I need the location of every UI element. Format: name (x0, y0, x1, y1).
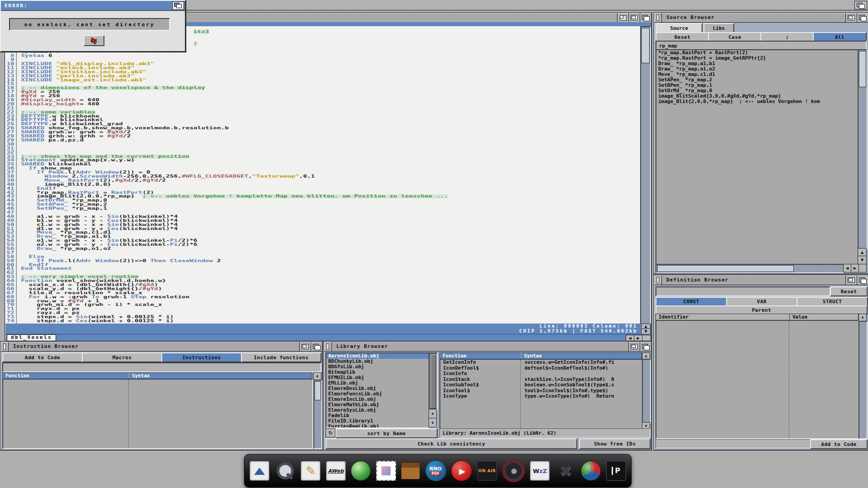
code-line[interactable]: 57 (5, 251, 642, 255)
definition-vertical-scrollbar[interactable] (859, 321, 868, 439)
code-line[interactable]: 74 stepz.d = Cos(winkel + 0.00125 * i) (5, 319, 642, 324)
zoom-gadget-icon[interactable] (628, 342, 640, 351)
depth-gadget-icon[interactable] (857, 276, 868, 285)
code-line[interactable]: 29SHARED px.d,pz.d (5, 139, 642, 143)
code-line[interactable]: 40 image_Blit{2,0,0} (5, 183, 642, 187)
depth-gadget-icon[interactable] (311, 342, 322, 351)
function-row[interactable]: IconDefTool$deftool$=IconDefTool$(Info#) (440, 366, 642, 371)
media-play-icon[interactable]: ▶ (451, 460, 472, 481)
wz-chat-icon[interactable]: WzZ (530, 461, 550, 481)
scroll-down-icon[interactable]: ∨ (429, 418, 437, 427)
code-line[interactable]: 46 SetBPen_ *rp_map,1 (5, 207, 642, 211)
parent-button[interactable]: Parent (656, 305, 868, 314)
scroll-left-icon[interactable]: ◀ (843, 264, 851, 272)
instruction-vertical-scrollbar[interactable] (313, 380, 322, 449)
tab-var[interactable]: VAR (726, 297, 797, 306)
scroll-right-icon[interactable]: ▶ (851, 264, 859, 272)
source-result-row[interactable]: image_Blit{2,0,0,*rp_map} ; <-- uebles V… (656, 99, 858, 104)
code-line[interactable]: 8Syntax 6 (5, 54, 642, 58)
instructions-button[interactable]: Instructions (161, 352, 242, 362)
image-viewer-icon[interactable] (250, 461, 269, 481)
tab-const[interactable]: CONST (656, 297, 727, 306)
text-editor-icon[interactable]: ✎ (301, 461, 321, 481)
library-function-list[interactable]: GetIconInfosuccess.w=GetIconInfo(Info#,f… (439, 359, 643, 430)
scroll-left-icon[interactable]: ◀ (626, 335, 634, 341)
scroll-up-icon[interactable]: ∧ (859, 314, 867, 321)
code-line[interactable]: 19#display_width = 640 (5, 99, 642, 103)
add-to-code-button[interactable]: Add to Code (810, 439, 868, 449)
cycle-gadget-icon[interactable]: ↻ (326, 428, 335, 437)
scroll-down-icon[interactable]: ▼ (858, 256, 867, 264)
source-horizontal-scrollbar[interactable] (656, 264, 844, 273)
function-row[interactable]: IconSubTool$boolean.w=IconSubTool$(type$… (440, 382, 642, 388)
zoom-gadget-icon[interactable] (299, 342, 311, 351)
source-results-list[interactable]: *rp_map.RastPort = RastPort(2)*rp_map.Ra… (656, 49, 859, 265)
zoom-gadget-icon[interactable] (628, 13, 640, 22)
drag-gadget-icon[interactable] (324, 342, 332, 351)
library-list-scrollbar[interactable] (429, 352, 438, 410)
stamp-icon[interactable] (376, 461, 396, 481)
media-p-icon[interactable]: P (606, 461, 626, 481)
editor-scrollbar-thumb[interactable] (642, 28, 650, 63)
code-line[interactable]: 16; -- dimensions of the voxelspace & th… (5, 86, 642, 90)
aweb-browser-icon[interactable]: AWeb (326, 461, 346, 481)
code-line[interactable]: 22; -- some variables (5, 111, 642, 115)
code-line[interactable]: 20#display_height= 480 (5, 103, 642, 107)
zoom-gadget-icon[interactable] (845, 13, 857, 22)
tab-dbl-voxels[interactable]: dbl_Voxels (7, 334, 56, 341)
pie-sphere-icon[interactable] (581, 461, 601, 481)
depth-gadget-icon[interactable] (640, 13, 651, 22)
instruction-list[interactable] (2, 379, 313, 449)
screen-depth-gadget[interactable] (854, 1, 867, 9)
depth-gadget-icon[interactable] (172, 1, 184, 10)
instruction-search-input[interactable] (2, 362, 321, 372)
reset-button[interactable]: Reset (830, 286, 868, 296)
scrollbar-thumb[interactable] (859, 51, 866, 87)
function-row[interactable]: IconInfo (440, 371, 642, 377)
tab-struct[interactable]: STRUCT (797, 297, 868, 306)
instruction-browser-title-bar[interactable]: Instruction Browser (1, 342, 322, 352)
definition-search-input[interactable] (656, 286, 830, 296)
macros-button[interactable]: Macros (82, 352, 162, 362)
sort-by-name-button[interactable]: sort by Name (335, 428, 438, 438)
code-line[interactable]: 56 Draw_ *rp_map,o1,o2 (5, 247, 642, 251)
code-line[interactable]: 21 (5, 107, 642, 111)
code-line[interactable]: 18#gYd = 256 (5, 94, 642, 99)
drag-gadget-icon[interactable] (654, 13, 662, 22)
code-line[interactable]: 59 If Peek.l(Addr Window(2))<>0 Then Clo… (5, 259, 642, 263)
globe-icon[interactable] (351, 461, 371, 481)
library-list[interactable]: AaronsIconLib.objBDChunkyLib.objBDGfxLib… (326, 352, 429, 428)
pinwheel-icon[interactable]: ✖ (555, 460, 576, 481)
check-lib-consistency-button[interactable]: Check Lib consistency (326, 438, 577, 449)
source-vertical-scrollbar[interactable] (858, 49, 868, 249)
scroll-right-icon[interactable]: ▶ (634, 335, 642, 341)
code-line[interactable]: 34Statement update_map{x.w,y.w} (5, 159, 642, 163)
code-line[interactable]: 70 grwh_mi.d = (grwh - i) * scale_x (5, 303, 642, 307)
scrollbar-thumb[interactable] (430, 354, 436, 409)
function-row[interactable]: IconTypetype.w=IconType(Info#) Return (440, 394, 642, 399)
resize-gadget-icon[interactable] (642, 335, 651, 341)
package-icon[interactable] (401, 462, 420, 479)
source-browser-title-bar[interactable]: Source Browser (654, 13, 868, 23)
rno-pdf-icon[interactable]: RNOPDF (425, 460, 446, 481)
depth-gadget-icon[interactable] (857, 13, 868, 22)
drag-gadget-icon[interactable] (1, 342, 9, 351)
add-to-code-button[interactable]: Add to Code (2, 352, 83, 362)
code-line[interactable]: 14XINCLUDE "image_ext.include.ab3" (5, 79, 642, 83)
iconify-gadget-icon[interactable] (617, 13, 628, 22)
code-line[interactable]: 60 EndIf (5, 263, 642, 267)
editor-vertical-scrollbar[interactable] (640, 26, 651, 325)
code-line[interactable]: 17#gXd = 256 (5, 90, 642, 94)
include-functions-button[interactable]: Include functions (241, 352, 321, 362)
scrollbar-thumb[interactable] (315, 381, 321, 400)
code-line[interactable]: 71 rayx.d = px (5, 307, 642, 311)
depth-gadget-icon[interactable] (640, 342, 651, 351)
drag-gadget-icon[interactable] (654, 276, 662, 285)
on-air-icon[interactable]: ON AIR (477, 461, 497, 481)
code-line[interactable]: 68 For i.w = -grwh To grwh-1 Step resolu… (5, 296, 642, 300)
code-line[interactable]: 35SHARED blickwinkel (5, 163, 642, 167)
code-line[interactable]: 30 (5, 143, 642, 147)
definition-browser-title-bar[interactable]: Definition Browser (654, 276, 868, 285)
scrollbar-thumb[interactable] (657, 265, 794, 272)
library-row[interactable]: FuzziesRegLib.obj (326, 424, 429, 428)
